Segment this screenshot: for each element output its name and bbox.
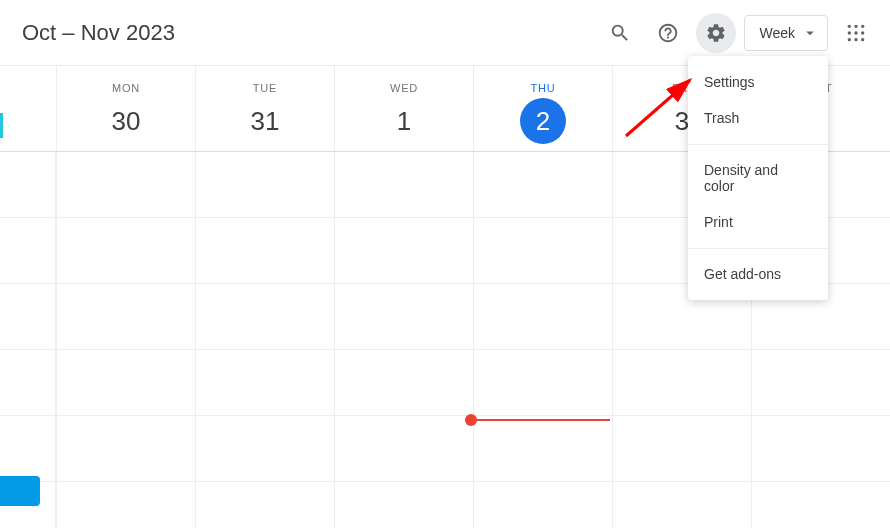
svg-point-2 (861, 24, 864, 27)
now-indicator-line (470, 419, 610, 421)
day-num: 30 (103, 98, 149, 144)
menu-density[interactable]: Density and color (688, 152, 828, 204)
day-num: 1 (381, 98, 427, 144)
help-icon[interactable] (648, 13, 688, 53)
menu-trash[interactable]: Trash (688, 100, 828, 136)
event-edge (0, 113, 3, 138)
search-icon[interactable] (600, 13, 640, 53)
day-header-wed[interactable]: WED 1 (334, 66, 473, 151)
svg-point-1 (854, 24, 857, 27)
menu-settings[interactable]: Settings (688, 64, 828, 100)
settings-gear-icon[interactable] (696, 13, 736, 53)
svg-point-8 (861, 38, 864, 41)
svg-point-6 (848, 38, 851, 41)
chevron-down-icon (801, 24, 819, 42)
day-label: TUE (253, 82, 277, 94)
svg-point-7 (854, 38, 857, 41)
day-label: THU (530, 82, 555, 94)
day-label: MON (112, 82, 140, 94)
svg-point-0 (848, 24, 851, 27)
menu-addons[interactable]: Get add-ons (688, 256, 828, 292)
apps-grid-icon[interactable] (836, 13, 876, 53)
menu-print[interactable]: Print (688, 204, 828, 240)
view-selector[interactable]: Week (744, 15, 828, 51)
day-label: WED (390, 82, 418, 94)
settings-dropdown: Settings Trash Density and color Print G… (688, 56, 828, 300)
svg-point-5 (861, 31, 864, 34)
day-num: 31 (242, 98, 288, 144)
svg-point-4 (854, 31, 857, 34)
day-header-mon[interactable]: MON 30 (56, 66, 195, 151)
day-num: 2 (520, 98, 566, 144)
calendar-event[interactable] (0, 476, 40, 506)
svg-point-3 (848, 31, 851, 34)
view-selector-label: Week (759, 25, 795, 41)
page-title: Oct – Nov 2023 (22, 20, 175, 46)
day-header-thu[interactable]: THU 2 (473, 66, 612, 151)
day-header-tue[interactable]: TUE 31 (195, 66, 334, 151)
